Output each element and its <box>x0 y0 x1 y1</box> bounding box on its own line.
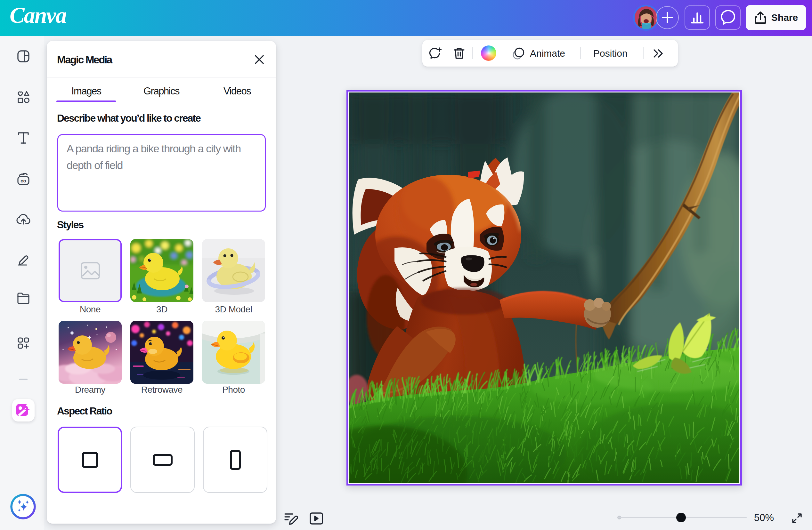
svg-text:co: co <box>20 178 26 183</box>
